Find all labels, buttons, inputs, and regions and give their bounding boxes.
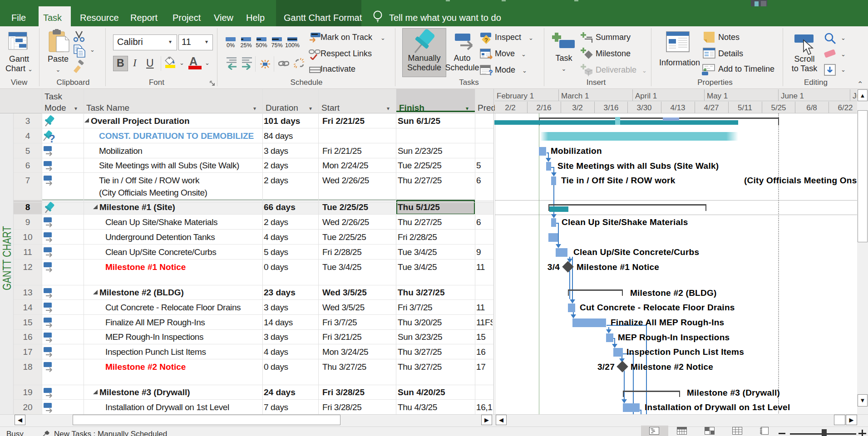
svg-text:?: ? bbox=[488, 69, 493, 76]
svg-text:?: ? bbox=[484, 37, 488, 44]
svg-text:?: ? bbox=[49, 132, 55, 143]
